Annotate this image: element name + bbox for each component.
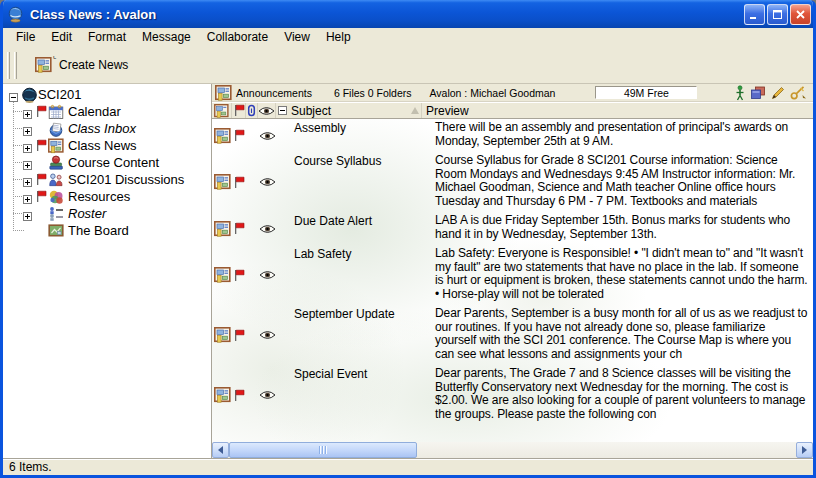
attachment-cell [246,212,258,245]
column-item-type[interactable] [212,103,232,118]
tree-item-label: SCI201 Discussions [68,172,184,187]
attachment-icon [247,104,256,117]
scroll-right-button[interactable] [796,442,813,458]
tree-connector [13,162,24,163]
unread-flag-icon [35,139,48,152]
message-subject: Special Event [276,365,422,383]
message-preview: Dear parents, The Grade 7 and 8 Science … [422,365,813,425]
books-icon [48,155,64,171]
windows-icon[interactable] [750,86,766,100]
tree-item-class-news[interactable]: Class News [3,137,211,154]
tree-item-the-board[interactable]: The Board [3,222,211,239]
menu-message[interactable]: Message [134,28,199,47]
maximize-button[interactable] [767,4,788,25]
tree-connector [13,196,24,197]
column-viewed[interactable] [258,103,276,118]
tree-item-label: Roster [68,206,106,221]
collapse-all-icon[interactable] [278,106,287,115]
free-space-meter: 49M Free [595,86,697,99]
expand-icon[interactable] [23,158,32,167]
message-list: AssemblyThere will be an assembly and pr… [212,119,813,442]
toolbar-grip[interactable] [7,52,10,79]
tree-item-label: Course Content [68,155,159,170]
scroll-left-button[interactable] [212,442,229,458]
menu-file[interactable]: File [8,28,43,47]
expand-icon[interactable] [23,124,32,133]
preview-header-label: Preview [426,104,469,118]
toolbar-grip[interactable] [14,52,17,79]
sort-ascending-icon [411,107,419,114]
tree-item-calendar[interactable]: Calendar [3,103,211,120]
calendar-icon [48,104,64,120]
message-subject: Assembly [276,119,422,137]
column-preview[interactable]: Preview [422,103,813,118]
column-subject[interactable]: Subject [276,103,422,118]
globe-icon [21,87,38,103]
announcements-bar: Announcements 6 Files 0 Folders Avalon :… [212,84,813,102]
message-row[interactable]: Course SyllabusCourse Syllabus for Grade… [212,152,813,212]
message-row[interactable]: September UpdateDear Parents, September … [212,305,813,365]
toolbar: ⌞ Create News [3,47,813,84]
menu-format[interactable]: Format [80,28,134,47]
unread-flag-icon [35,190,48,203]
flag-icon [233,104,245,117]
unread-flag-icon [232,365,246,425]
expand-icon[interactable] [23,192,32,201]
expand-icon[interactable] [23,209,32,218]
tree-item-sci201-discussions[interactable]: SCI201 Discussions [3,171,211,188]
menu-help[interactable]: Help [318,28,359,47]
message-row[interactable]: Due Date AlertLAB A is due Friday Septem… [212,212,813,245]
menu-view[interactable]: View [276,28,318,47]
tree-item-resources[interactable]: Resources [3,188,211,205]
tree-item-roster[interactable]: Roster [3,205,211,222]
tree-item-course-content[interactable]: Course Content [3,154,211,171]
unread-flag-icon [232,212,246,245]
message-preview: There will be an assembly and presentati… [422,119,813,152]
column-flag[interactable] [232,103,246,118]
message-row[interactable]: AssemblyThere will be an assembly and pr… [212,119,813,152]
titlebar: Class News : Avalon [0,0,816,28]
message-preview: Course Syllabus for Grade 8 SCI201 Cours… [422,152,813,212]
attachment-cell [246,152,258,212]
close-button[interactable] [790,4,811,25]
create-news-button[interactable]: ⌞ Create News [27,54,136,76]
window-title: Class News : Avalon [30,7,742,22]
announcements-title: Announcements [236,87,312,99]
horizontal-scrollbar [212,442,813,458]
announce-actions [735,85,809,101]
tree-item-sci201[interactable]: SCI201 [3,86,211,103]
unread-flag-icon [232,305,246,365]
tree-item-class-inbox[interactable]: Class Inbox [3,120,211,137]
message-row[interactable]: Special EventDear parents, The Grade 7 a… [212,365,813,425]
inbox-icon [48,121,64,137]
column-attachment[interactable] [246,103,258,118]
expand-icon[interactable] [23,175,32,184]
tree-item-label: The Board [68,223,129,238]
key-pen-icon[interactable] [790,86,807,100]
app-window: Class News : Avalon FileEditFormatMessag… [0,0,816,478]
unread-flag-icon [232,119,246,152]
message-row[interactable]: Lab SafetyLab Safety: Everyone is Respon… [212,245,813,305]
scrollbar-thumb[interactable] [229,442,417,458]
collapse-icon[interactable] [9,90,18,99]
expand-icon[interactable] [23,107,32,116]
message-subject: Due Date Alert [276,212,422,230]
minimize-button[interactable] [744,4,765,25]
scrollbar-track[interactable] [229,442,796,458]
tree-connector [13,145,24,146]
tree-item-label: Resources [68,189,130,204]
content-pane: Announcements 6 Files 0 Folders Avalon :… [212,84,813,458]
menu-edit[interactable]: Edit [43,28,80,47]
menu-collaborate[interactable]: Collaborate [199,28,276,47]
news-item-icon [212,245,232,305]
file-folder-counts: 6 Files 0 Folders [334,87,412,99]
pencil-icon[interactable] [771,86,785,100]
tree-item-label: Calendar [68,104,121,119]
attachment-cell [246,119,258,152]
person-icon[interactable] [735,85,745,101]
app-globe-icon [7,6,24,23]
eye-icon [258,365,276,425]
unread-flag-icon [35,173,48,186]
announcements-news-icon [215,85,232,101]
expand-icon[interactable] [23,141,32,150]
